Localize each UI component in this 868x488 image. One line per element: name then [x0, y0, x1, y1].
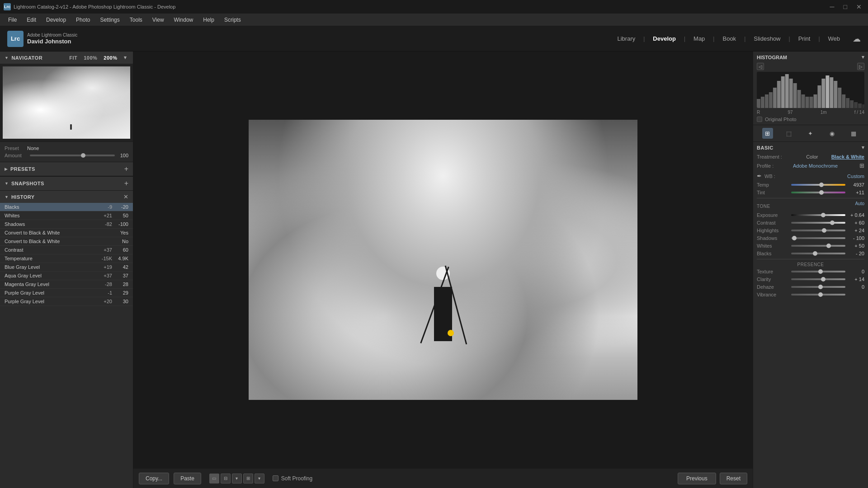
texture-slider[interactable]	[791, 271, 845, 272]
history-item[interactable]: Purple Gray Level +20 30	[0, 297, 133, 306]
presets-section[interactable]: ▶ Presets +	[0, 162, 133, 176]
history-item[interactable]: Contrast +37 60	[0, 246, 133, 254]
menu-tools[interactable]: Tools	[125, 15, 147, 24]
profile-grid-icon[interactable]: ⊞	[859, 162, 864, 169]
history-item[interactable]: Purple Gray Level -1 29	[0, 289, 133, 297]
history-header[interactable]: ▼ History ✕	[0, 190, 133, 203]
histogram-clip-left[interactable]: ◁	[757, 63, 764, 70]
histogram-menu[interactable]: ▾	[862, 54, 864, 60]
nav-slideshow[interactable]: Slideshow	[747, 33, 787, 45]
vibrance-slider-handle[interactable]	[818, 292, 823, 297]
blacks-slider[interactable]	[791, 253, 845, 254]
highlights-slider[interactable]	[791, 230, 845, 231]
nav-library[interactable]: Library	[611, 33, 642, 45]
tone-auto[interactable]: Auto	[855, 201, 864, 211]
whites-slider-handle[interactable]	[826, 244, 831, 248]
dehaze-slider[interactable]	[791, 286, 845, 288]
zoom-fit[interactable]: FIT	[67, 55, 79, 61]
contrast-slider-handle[interactable]	[830, 221, 835, 225]
wb-eyedropper[interactable]: ✒	[757, 173, 762, 179]
tint-slider[interactable]	[791, 192, 845, 193]
original-photo-checkbox[interactable]	[757, 117, 762, 122]
view-menu2[interactable]: ▾	[255, 474, 264, 483]
previous-button[interactable]: Previous	[678, 473, 716, 484]
history-item[interactable]: Aqua Gray Level +37 37	[0, 272, 133, 280]
wb-value[interactable]: Custom	[847, 174, 864, 179]
view-grid[interactable]: ⊞	[243, 474, 253, 483]
view-icons: ▭ ⊟ ▾ ⊞ ▾	[209, 474, 264, 483]
view-menu[interactable]: ▾	[232, 474, 242, 483]
history-item[interactable]: Magenta Gray Level -28 28	[0, 280, 133, 289]
texture-slider-handle[interactable]	[818, 269, 823, 274]
window-controls[interactable]: ─ □ ✕	[827, 2, 864, 11]
amount-slider-handle[interactable]	[81, 153, 85, 158]
soft-proof-checkbox[interactable]	[273, 475, 278, 481]
close-button[interactable]: ✕	[854, 2, 864, 11]
treatment-bw[interactable]: Black & White	[831, 154, 864, 160]
nav-print[interactable]: Print	[792, 33, 817, 45]
zoom-200[interactable]: 200%	[102, 55, 119, 61]
clarity-slider-handle[interactable]	[821, 277, 826, 282]
histogram-clip-right[interactable]: ▷	[857, 63, 864, 70]
menu-help[interactable]: Help	[198, 15, 219, 24]
view-single[interactable]: ▭	[209, 474, 219, 483]
vibrance-slider[interactable]	[791, 294, 845, 296]
shadows-slider-handle[interactable]	[792, 236, 797, 240]
menu-settings[interactable]: Settings	[95, 15, 124, 24]
history-close-button[interactable]: ✕	[123, 193, 128, 200]
history-item[interactable]: Blue Gray Level +23 23	[0, 306, 133, 307]
paste-button[interactable]: Paste	[174, 473, 201, 484]
history-item[interactable]: Blacks -9 -20	[0, 203, 133, 211]
clarity-slider[interactable]	[791, 278, 845, 280]
tool-basic[interactable]: ⊞	[762, 128, 773, 139]
menu-window[interactable]: Window	[170, 15, 198, 24]
history-item[interactable]: Temperature -15K 4.9K	[0, 254, 133, 263]
presets-add-button[interactable]: +	[124, 165, 128, 173]
maximize-button[interactable]: □	[841, 2, 850, 11]
tool-gradient[interactable]: ▦	[848, 128, 859, 139]
snapshots-section[interactable]: ▼ Snapshots +	[0, 176, 133, 190]
profile-value[interactable]: Adobe Monochrome	[793, 163, 859, 169]
zoom-menu[interactable]: ▾	[122, 54, 129, 61]
menu-view[interactable]: View	[148, 15, 169, 24]
tint-slider-handle[interactable]	[819, 190, 824, 195]
minimize-button[interactable]: ─	[827, 2, 837, 11]
menu-file[interactable]: File	[4, 15, 21, 24]
nav-develop[interactable]: Develop	[646, 33, 682, 45]
blacks-slider-handle[interactable]	[813, 251, 817, 256]
history-item[interactable]: Whites +21 50	[0, 211, 133, 220]
highlights-slider-handle[interactable]	[822, 228, 826, 233]
history-item[interactable]: Shadows -82 -100	[0, 220, 133, 229]
amount-slider[interactable]	[30, 155, 115, 156]
history-item[interactable]: Blue Gray Level +19 42	[0, 263, 133, 272]
view-split[interactable]: ⊟	[221, 474, 231, 483]
tool-heal[interactable]: ✦	[805, 128, 816, 139]
nav-web[interactable]: Web	[822, 33, 847, 45]
menu-edit[interactable]: Edit	[22, 15, 41, 24]
cloud-icon[interactable]: ☁	[853, 34, 861, 44]
menu-scripts[interactable]: Scripts	[220, 15, 245, 24]
tool-crop[interactable]: ⬚	[783, 128, 794, 139]
navigator-header[interactable]: ▼ Navigator FIT 100% 200% ▾	[0, 52, 133, 64]
history-item[interactable]: Convert to Black & White No	[0, 237, 133, 246]
menu-develop[interactable]: Develop	[42, 15, 71, 24]
nav-map[interactable]: Map	[687, 33, 711, 45]
copy-button[interactable]: Copy...	[139, 473, 169, 484]
shadows-slider[interactable]	[791, 237, 845, 239]
exposure-slider-handle[interactable]	[821, 213, 826, 217]
nav-book[interactable]: Book	[716, 33, 742, 45]
zoom-100[interactable]: 100%	[82, 55, 99, 61]
treatment-color[interactable]: Color	[793, 154, 831, 160]
snapshots-add-button[interactable]: +	[124, 179, 128, 188]
temp-slider[interactable]	[791, 184, 845, 186]
exposure-slider[interactable]	[791, 214, 845, 216]
tool-redeye[interactable]: ◉	[827, 128, 838, 139]
dehaze-slider-handle[interactable]	[818, 285, 823, 289]
menu-photo[interactable]: Photo	[71, 15, 94, 24]
contrast-slider[interactable]	[791, 222, 845, 224]
history-item[interactable]: Convert to Black & White Yes	[0, 229, 133, 237]
whites-slider[interactable]	[791, 245, 845, 247]
reset-button[interactable]: Reset	[720, 473, 747, 484]
basic-menu[interactable]: ▾	[862, 145, 865, 150]
temp-slider-handle[interactable]	[819, 183, 824, 187]
